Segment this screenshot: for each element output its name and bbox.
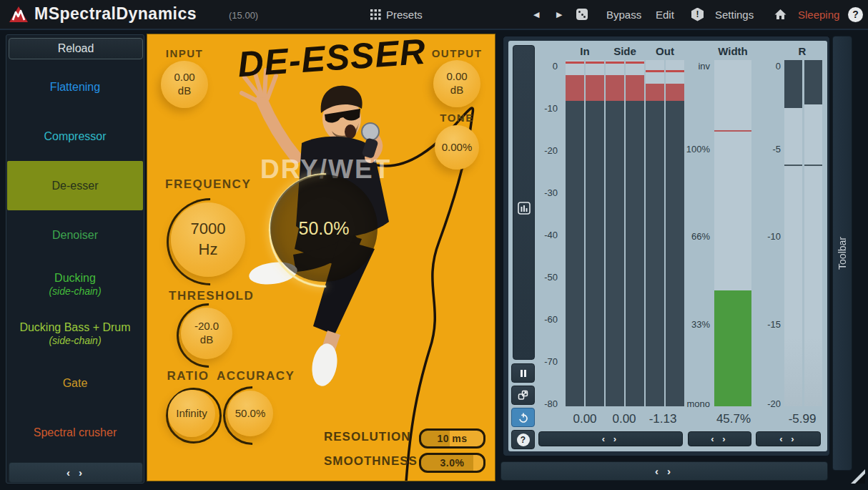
readout-side: 0.00: [603, 412, 646, 426]
nav-back-button[interactable]: ◀: [533, 0, 539, 29]
width-scale-tick: 33%: [669, 319, 710, 329]
sidebar-item-compressor[interactable]: Compressor: [7, 112, 143, 161]
db-scale-tick: -60: [526, 314, 558, 324]
home-icon: [774, 9, 786, 20]
db-scale-tick: -20: [526, 145, 558, 155]
sidebar-scrollbar[interactable]: ‹ ›: [9, 462, 143, 483]
reload-button[interactable]: Reload: [9, 38, 143, 59]
meter-scrollbar-width[interactable]: ‹ ›: [688, 431, 751, 446]
meters-power-button[interactable]: [511, 408, 535, 427]
meter-scrollbar-reduction[interactable]: ‹ ›: [756, 431, 821, 446]
sidebar-item-flattening[interactable]: Flattening: [7, 62, 143, 112]
help-button[interactable]: ?: [848, 0, 863, 29]
power-icon: [518, 413, 528, 423]
hscroll-chevrons-icon: ‹ ›: [711, 433, 728, 444]
warning-button[interactable]: !: [691, 0, 704, 29]
db-scale-tick: -10: [526, 103, 558, 113]
random-preset-button[interactable]: [576, 0, 588, 29]
toolbar-tab[interactable]: Toolbar: [832, 36, 852, 471]
sidebar-item-ducking-bass-drum[interactable]: Ducking Bass + Drum (side-chain): [7, 309, 143, 358]
meter-bar-reduction-left[interactable]: [784, 60, 802, 406]
tone-knob[interactable]: 0.00%: [435, 125, 479, 170]
accuracy-knob[interactable]: 50.0%: [227, 391, 273, 436]
nav-forward-button[interactable]: ▶: [556, 0, 562, 29]
meter-bar-in-left[interactable]: [566, 60, 584, 406]
readout-width: 45.7%: [708, 412, 759, 426]
plugin-title: MSpectralDynamics: [34, 4, 197, 24]
bypass-button[interactable]: Bypass: [606, 0, 641, 29]
frequency-label: FREQUENCY: [165, 177, 251, 192]
meter-bar-side-left[interactable]: [606, 60, 624, 406]
meter-label-side: Side: [603, 45, 646, 57]
hscroll-chevrons-icon: ‹ ›: [602, 433, 619, 444]
frequency-knob[interactable]: 7000 Hz: [171, 202, 245, 277]
presets-label: Presets: [386, 9, 423, 21]
db-scale-tick: -30: [526, 187, 558, 197]
r-scale-tick: -15: [745, 319, 781, 329]
edit-button[interactable]: Edit: [656, 0, 674, 29]
db-scale-tick: -70: [526, 356, 558, 366]
plugin-version: (15.00): [229, 10, 258, 21]
meter-scrollbar-levels[interactable]: ‹ ›: [538, 431, 683, 446]
dice-icon: [576, 9, 588, 20]
meter-bar-out-left[interactable]: [646, 60, 664, 406]
output-gain-knob[interactable]: 0.00 dB: [433, 60, 480, 107]
resize-handle-inner: [855, 474, 865, 484]
help-icon: ?: [517, 433, 530, 446]
width-scale-tick: mono: [669, 398, 710, 408]
hscroll-chevrons-icon: ‹ ›: [66, 466, 85, 479]
r-scale-tick: -10: [745, 231, 781, 241]
meter-label-out: Out: [643, 45, 686, 57]
arrow-left-icon: ◀: [533, 10, 539, 19]
meters-help-button[interactable]: ?: [511, 430, 535, 449]
readout-reduction: -5.99: [781, 412, 824, 426]
pause-icon: [519, 369, 528, 378]
readout-out: -1.13: [641, 412, 684, 426]
sidebar-item-de-esser[interactable]: De-esser: [7, 161, 143, 210]
sidebar-item-ducking[interactable]: Ducking (side-chain): [7, 260, 143, 309]
melda-logo: [9, 6, 29, 23]
sidebar-item-gate[interactable]: Gate: [7, 358, 143, 408]
sidebar-item-spectral-crusher[interactable]: Spectral crusher: [7, 408, 143, 457]
r-scale-tick: -5: [745, 144, 781, 154]
warning-icon: !: [691, 8, 704, 21]
hscroll-chevrons-icon: ‹ ›: [655, 465, 674, 477]
ratio-knob[interactable]: Infinity: [168, 390, 215, 437]
sleeping-status[interactable]: Sleeping: [798, 0, 839, 29]
meter-label-r: R: [781, 45, 824, 57]
resolution-label: RESOLUTION: [324, 430, 410, 444]
readout-in: 0.00: [563, 412, 606, 426]
meter-range-slider[interactable]: [513, 45, 535, 360]
preset-sidebar: Reload Flattening Compressor De-esser De…: [6, 34, 144, 484]
drywet-knob[interactable]: 50.0%: [270, 175, 378, 282]
smoothness-select[interactable]: 3.0%: [419, 453, 485, 473]
pause-meters-button[interactable]: [511, 363, 535, 383]
bottom-scrollbar[interactable]: ‹ ›: [500, 461, 828, 481]
plugin-window: MSpectralDynamics (15.00) Presets ◀ ▶: [0, 0, 868, 490]
threshold-label: THRESHOLD: [169, 289, 247, 303]
db-scale-tick: 0: [526, 61, 558, 71]
grid-icon: [370, 9, 381, 20]
meter-bar-in-right[interactable]: [586, 60, 604, 406]
meter-label-width: Width: [704, 45, 761, 57]
settings-button[interactable]: Settings: [715, 0, 754, 29]
threshold-knob[interactable]: -20.0 dB: [181, 308, 232, 359]
meter-label-in: In: [563, 45, 606, 57]
deesser-panel: DE-ESSER DRY/WET INPUT 0.00 dB OUTPUT 0.…: [147, 34, 495, 481]
db-scale-tick: -40: [526, 230, 558, 240]
help-icon: ?: [848, 7, 863, 22]
ratio-label: RATIO: [156, 369, 220, 383]
db-scale-tick: -50: [526, 272, 558, 282]
hscroll-chevrons-icon: ‹ ›: [779, 433, 797, 444]
presets-button[interactable]: Presets: [370, 0, 423, 29]
r-scale-tick: -20: [745, 398, 781, 408]
input-gain-knob[interactable]: 0.00 dB: [161, 61, 208, 108]
width-scale-tick: 66%: [669, 231, 710, 241]
arrow-right-icon: ▶: [556, 10, 562, 19]
meter-bar-side-right[interactable]: [626, 60, 644, 406]
home-button[interactable]: [774, 0, 786, 29]
sidebar-item-denoiser[interactable]: Denoiser: [7, 210, 143, 260]
r-scale-tick: 0: [745, 61, 781, 71]
resolution-select[interactable]: 10 ms: [419, 428, 485, 449]
meter-bar-reduction-right[interactable]: [804, 60, 822, 406]
